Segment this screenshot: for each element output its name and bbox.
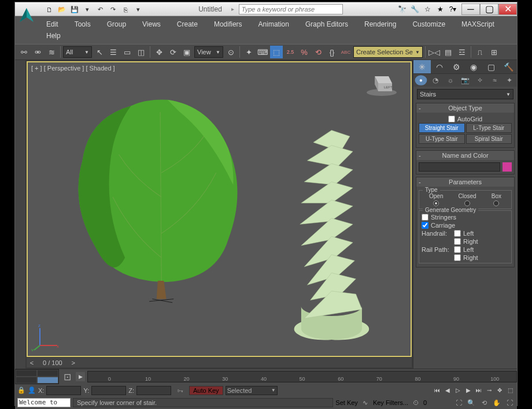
selection-lock-icon[interactable]: 🔒 <box>17 386 25 394</box>
subtab-systems[interactable]: ✦ <box>502 74 517 87</box>
snap-toggle-icon[interactable]: ⬚ <box>270 46 283 58</box>
binoculars-icon[interactable]: 🔭 <box>397 4 407 14</box>
play-icon[interactable]: ▷ <box>453 386 463 395</box>
tab-modify[interactable]: ◠ <box>431 60 448 73</box>
tab-utilities[interactable]: 🔨 <box>500 60 517 73</box>
setkey-button[interactable]: Set Key <box>335 399 358 406</box>
link-icon[interactable]: ⚯ <box>17 46 30 58</box>
menu-create[interactable]: Create <box>169 18 206 30</box>
goto-end-icon[interactable]: ⏭ <box>474 386 483 395</box>
timeline[interactable]: 0 10 20 30 40 50 60 70 80 90 100 <box>87 371 517 382</box>
goto-start-icon[interactable]: ⏮ <box>433 386 442 395</box>
viewport[interactable]: [ + ] [ Perspective ] [ Shaded ] LEFT <box>27 61 412 357</box>
minimize-button[interactable]: ─ <box>461 3 480 15</box>
search-input[interactable] <box>239 4 343 14</box>
isolate-icon[interactable]: 👤 <box>28 386 36 394</box>
straight-stair-button[interactable]: Straight Stair <box>419 123 465 133</box>
mirror-icon[interactable]: ▷◁ <box>428 46 441 58</box>
favorite-icon[interactable]: ★ <box>435 4 445 14</box>
close-button[interactable]: ✕ <box>498 3 517 15</box>
time-config-icon[interactable]: ⏲ <box>411 397 421 408</box>
rollout-header-name-color[interactable]: -Name and Color <box>416 151 514 160</box>
scroll-left-button[interactable]: < <box>27 359 37 366</box>
carriage-checkbox[interactable] <box>422 222 428 229</box>
select-name-icon[interactable]: ☰ <box>107 46 120 58</box>
railpath-left-checkbox[interactable] <box>454 246 461 253</box>
maximize-button[interactable]: ▢ <box>480 3 498 15</box>
key-step-icon[interactable]: ⊸ <box>485 386 494 395</box>
layers-icon[interactable]: ☲ <box>456 46 468 58</box>
menu-customize[interactable]: Customize <box>404 18 453 30</box>
subtab-lights[interactable]: ☼ <box>443 74 458 87</box>
scale-icon[interactable]: ▣ <box>180 46 193 58</box>
undo-icon[interactable]: ↶ <box>95 5 105 15</box>
keyfilters-button[interactable]: Key Filters... <box>373 399 408 406</box>
select-rect-icon[interactable]: ▭ <box>121 46 134 58</box>
subtab-helpers[interactable]: ✧ <box>472 74 487 87</box>
pivot-icon[interactable]: ⊙ <box>224 46 237 58</box>
select-icon[interactable]: ↖ <box>93 46 106 58</box>
prev-frame-icon[interactable]: ◀ <box>443 386 452 395</box>
wrench-icon[interactable]: 🔧 <box>409 4 420 14</box>
handrail-left-checkbox[interactable] <box>454 230 461 237</box>
nav-pan-icon[interactable]: ✥ <box>495 386 504 395</box>
search-play-icon[interactable]: ▸ <box>231 6 234 12</box>
new-icon[interactable]: 🗋 <box>44 5 54 15</box>
u-type-stair-button[interactable]: U-Type Stair <box>419 134 465 144</box>
axis-gizmo[interactable]: z x y <box>31 322 60 351</box>
z-field[interactable] <box>136 386 171 395</box>
edit-selset-icon[interactable]: {} <box>326 46 338 58</box>
viewport-layout-switcher[interactable] <box>15 369 59 384</box>
menu-views[interactable]: Views <box>134 18 169 30</box>
save-icon[interactable]: 💾 <box>69 5 80 15</box>
ref-coord-dropdown[interactable]: View▼ <box>194 46 223 58</box>
nav-select-icon[interactable]: ⬚ <box>505 386 515 395</box>
autokey-button[interactable]: Auto Key <box>189 386 223 395</box>
play-expand-icon[interactable]: ▶ <box>76 372 85 381</box>
type-box-radio[interactable]: Box <box>492 193 501 207</box>
max-toggle-icon[interactable]: ⛶ <box>504 397 515 408</box>
angle-snap-icon[interactable]: 2.5 <box>284 46 297 58</box>
menu-edit[interactable]: Edit <box>38 18 66 30</box>
move-icon[interactable]: ✥ <box>153 46 165 58</box>
menu-grapheditors[interactable]: Graph Editors <box>297 18 356 30</box>
orbit-icon[interactable]: ⟲ <box>479 397 489 408</box>
handrail-right-checkbox[interactable] <box>454 238 461 245</box>
bind-icon[interactable]: ≋ <box>45 46 58 58</box>
menu-help[interactable]: Help <box>38 30 69 42</box>
link-icon[interactable]: ⎘ <box>120 5 131 15</box>
qat-dropdown-icon[interactable]: ▾ <box>133 5 143 15</box>
key-tangent-icon[interactable]: ∿ <box>360 397 371 408</box>
window-crossing-icon[interactable]: ◫ <box>135 46 147 58</box>
abc-icon[interactable]: ABC <box>339 46 352 58</box>
selection-filter-dropdown[interactable]: All▼ <box>63 46 92 58</box>
menu-group[interactable]: Group <box>99 18 134 30</box>
track-config-icon[interactable]: ⊡ <box>64 371 71 382</box>
tab-create[interactable]: ✳ <box>413 60 431 73</box>
menu-maxscript[interactable]: MAXScript <box>453 18 503 30</box>
x-field[interactable] <box>46 386 81 395</box>
category-dropdown[interactable]: Stairs▼ <box>417 89 513 99</box>
selection-set-dropdown[interactable]: Create Selection Se▼ <box>353 46 423 58</box>
subtab-geometry[interactable]: ● <box>415 75 427 85</box>
menu-tools[interactable]: Tools <box>66 18 99 30</box>
next-frame-icon[interactable]: ▶ <box>464 386 473 395</box>
app-icon[interactable] <box>17 6 36 24</box>
left-toolbar[interactable] <box>15 60 25 369</box>
object-name-field[interactable] <box>419 162 500 172</box>
menu-animation[interactable]: Animation <box>250 18 297 30</box>
subtab-cameras[interactable]: 📷 <box>458 74 473 87</box>
menu-rendering[interactable]: Rendering <box>356 18 404 30</box>
autogrid-checkbox[interactable] <box>448 116 455 122</box>
railpath-right-checkbox[interactable] <box>454 254 461 261</box>
align-icon[interactable]: ▤ <box>442 46 455 58</box>
save-dropdown-icon[interactable]: ▾ <box>82 5 93 15</box>
tab-display[interactable]: ▢ <box>482 60 500 73</box>
current-frame-field[interactable]: 0 <box>423 399 451 406</box>
keymode-dropdown[interactable]: Selected▼ <box>226 386 278 395</box>
subtab-shapes[interactable]: ◔ <box>428 74 444 87</box>
type-open-radio[interactable]: Open <box>429 193 443 207</box>
unlink-icon[interactable]: ⚮ <box>31 46 44 58</box>
type-closed-radio[interactable]: Closed <box>459 193 476 207</box>
zoom-icon[interactable]: 🔍 <box>466 397 476 408</box>
